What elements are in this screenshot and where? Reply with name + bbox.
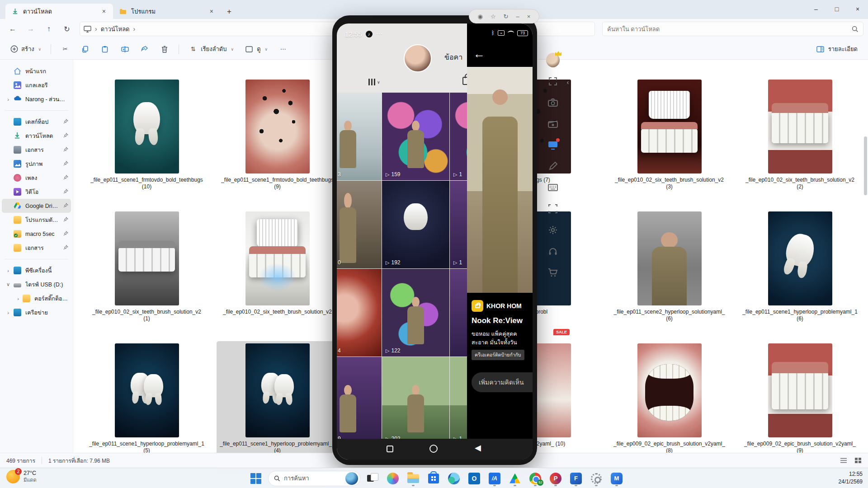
account-avatar[interactable] [546,53,560,67]
task-view-button[interactable] [364,470,381,487]
tab-downloads[interactable]: ดาวน์โหลด × [5,4,113,19]
collapse-panel-icon[interactable]: ‹ [564,74,571,89]
minimize-icon[interactable]: – [516,13,519,20]
sidebar-item-videos[interactable]: วิดีโอ [2,185,71,199]
copy-button[interactable] [76,42,94,57]
chevron-right-icon[interactable]: › [5,268,11,273]
video-tile[interactable]: 3 [337,93,382,180]
video-tile[interactable]: ▷159 [382,93,449,180]
red-p-app-button[interactable]: P [547,470,564,487]
settings-gear-icon[interactable] [546,223,560,237]
screenshot-button[interactable] [546,96,560,109]
message-button-partial[interactable]: ข้อคา [444,52,462,63]
sidebar-item-macro-folder[interactable]: macro 5sec [2,227,71,241]
sort-button[interactable]: ⇅ เรียงลำดับ ∨ [184,42,238,57]
file-item[interactable]: _file_ep011_scene1_frmtovdo_bold_teethbu… [86,77,208,209]
star-icon[interactable]: ☆ [491,13,496,20]
delete-button[interactable] [156,42,173,57]
taskbar-clock[interactable]: 12:55 24/1/2569 [839,470,863,486]
forward-button[interactable]: → [23,22,39,36]
tab-close-icon[interactable]: × [100,8,108,15]
google-drive-button[interactable] [507,470,523,487]
sidebar-item-music[interactable]: เพลง [2,171,71,185]
new-tab-button[interactable]: + [221,7,238,19]
more-options-button[interactable]: ⋯ [274,42,292,57]
file-item[interactable]: _file_ep010_02_six_teeth_brush_solution_… [609,77,731,209]
record-button[interactable] [546,117,560,131]
keyboard-button[interactable] [546,181,560,194]
video-tile[interactable]: 9 [337,357,382,445]
file-item[interactable]: _file_ep011_scene2_hyperloop_solutionyam… [609,209,731,341]
chevron-right-icon[interactable]: › [15,296,21,301]
video-tile[interactable]: 0 [337,181,382,268]
close-button[interactable]: × [847,0,868,18]
new-button[interactable]: สร้าง ∨ [6,42,45,57]
back-arrow-icon[interactable]: ← [473,47,485,61]
search-input[interactable]: ค้นหาใน ดาวน์โหลด [602,22,863,36]
taskbar-weather-widget[interactable]: 2 27°C มีแดด [6,470,37,483]
sidebar-item-this-pc[interactable]: › พีซีเครื่องนี้ [2,263,71,277]
sidebar-item-downloads[interactable]: ดาวน์โหลด [2,129,71,143]
file-item[interactable]: _file_ep010_02_six_teeth_brush_solution_… [739,77,861,209]
up-button[interactable]: ↑ [41,22,57,36]
shop-cart-button[interactable] [546,266,560,279]
sidebar-item-documents-folder[interactable]: เอกสาร [2,241,71,255]
thumbnail-view-icon[interactable] [854,457,862,464]
shop-badge-row[interactable]: KHOR HOM [472,300,522,312]
outlook-button[interactable]: O [466,470,482,487]
details-pane-button[interactable]: รายละเอียด [812,42,862,57]
sidebar-item-home[interactable]: หน้าแรก [2,64,71,78]
settings-button[interactable] [588,470,604,487]
recent-apps-button[interactable] [387,446,393,452]
rotate-icon[interactable]: ↻ [504,13,509,20]
tab-close-icon[interactable]: × [208,8,215,15]
file-item[interactable]: _file_ep011_scene1_frmtovdo_bold_teethbu… [217,77,339,209]
view-button[interactable]: ดู ∨ [241,42,272,57]
tab-programs[interactable]: โปรแกรม × [113,4,221,19]
breadcrumb-location[interactable]: ดาวน์โหลด [101,24,130,34]
minimize-button[interactable]: – [806,0,826,18]
close-icon[interactable]: × [527,13,531,20]
grid-view-toggle[interactable]: ∨ [368,79,380,85]
file-item[interactable]: _file_ep010_02_six_teeth_brush_solution_… [86,209,208,341]
cast-button[interactable] [546,138,560,152]
edge-button[interactable] [446,470,462,487]
file-item[interactable]: _file_ep011_scene1_hyperloop_problemyaml… [739,209,861,341]
search-highlight-image[interactable] [345,472,358,485]
list-view-icon[interactable] [840,457,847,464]
video-tile[interactable]: 4 [337,269,382,357]
sidebar-item-usb-drive[interactable]: ∨ ไดรฟ์ USB (D:) [2,277,71,291]
sidebar-item-course-folder[interactable]: › คอร์สติ๊กต็อก2026 [2,291,71,305]
sidebar-item-desktop[interactable]: เดสก์ท็อป [2,115,71,129]
back-button[interactable]: ← [5,22,21,36]
maximize-button[interactable]: □ [826,0,847,18]
file-item[interactable]: _file_ep010_02_six_teeth_brush_solution_… [217,209,339,341]
chrome-button[interactable]: SJ [527,470,543,487]
profile-avatar[interactable] [404,44,432,72]
whiteboard-pen-button[interactable] [546,160,560,173]
scrollbar[interactable] [864,123,867,435]
crop-region-button[interactable] [546,202,560,216]
android-back-button[interactable]: ◀ [475,443,481,453]
video-tile[interactable]: ▷192 [382,181,449,268]
blue-f-app-button[interactable]: F [568,470,584,487]
file-explorer-button[interactable] [405,470,421,487]
microsoft-store-button[interactable] [425,470,442,487]
ia-app-button[interactable]: /A [486,470,503,487]
sidebar-item-onedrive[interactable]: › Narong - ส่วนบุคคล [2,92,71,106]
fullscreen-button[interactable] [546,75,560,88]
chevron-right-icon[interactable]: › [133,25,136,33]
mirror-app-button[interactable]: M [609,470,625,487]
chevron-right-icon[interactable]: › [5,310,11,315]
copilot-button[interactable] [385,470,401,487]
headset-support-button[interactable] [546,244,560,258]
sidebar-item-network[interactable]: › เครือข่าย [2,305,71,319]
cut-button[interactable]: ✂ [57,42,74,57]
home-button[interactable] [429,445,438,453]
chevron-down-icon[interactable]: ∨ [5,282,11,287]
scrollbar-thumb[interactable] [864,136,867,195]
comment-input[interactable]: เพิ่มความคิดเห็น [472,372,533,392]
sidebar-item-documents[interactable]: เอกสาร [2,143,71,157]
rename-button[interactable] [116,42,133,57]
start-button[interactable] [248,470,264,487]
